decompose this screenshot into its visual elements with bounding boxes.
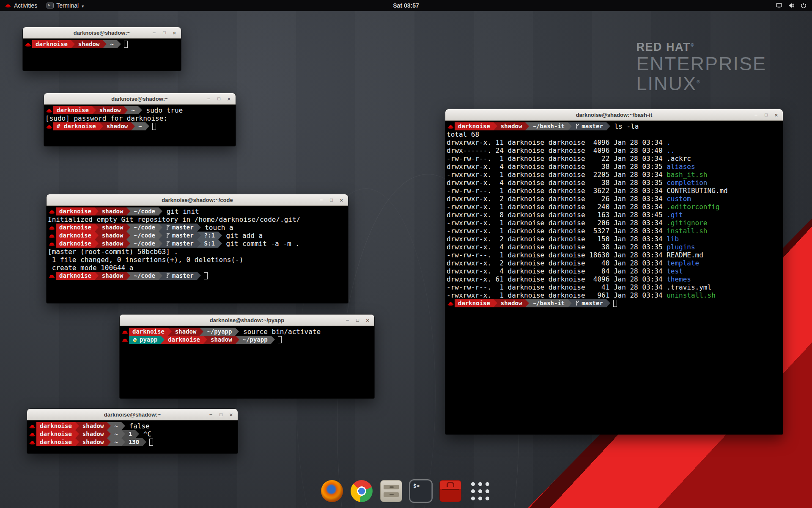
brand-line-1: RED HAT	[636, 41, 691, 53]
ls-filename: test	[667, 267, 683, 275]
terminal-icon[interactable]	[410, 480, 432, 502]
powerline-arrow-icon	[126, 272, 130, 280]
redhat-prompt-icon	[28, 430, 36, 438]
terminal-app-icon	[47, 3, 54, 8]
ls-meta: -rwxrwxr-x. 1 darknoise darknoise 206 Ja…	[447, 219, 667, 227]
prompt-segment-status: S:1	[201, 240, 218, 248]
prompt-segment-path: ~/code	[130, 232, 159, 240]
terminal-content[interactable]: darknoiseshadow~/pyapp source bin/activa…	[120, 326, 374, 398]
prompt-segment-user: darknoise	[129, 328, 168, 336]
powerline-arrow-icon	[218, 232, 222, 240]
minimize-button[interactable]	[205, 95, 213, 103]
maximize-button[interactable]	[217, 411, 225, 419]
ls-filename: CONTRIBUTING.md	[667, 187, 728, 195]
window-titlebar[interactable]: darknoise@shadow:~/bash-it	[445, 109, 783, 121]
terminal-line: drwx------. 24 darknoise darknoise 4096 …	[447, 146, 782, 155]
app-grid-icon[interactable]	[469, 480, 491, 502]
maximize-button[interactable]	[354, 316, 362, 324]
terminal-line: drwxrwxr-x. 4 darknoise darknoise 84 Jan…	[447, 267, 782, 275]
minimize-button[interactable]	[343, 316, 351, 324]
terminal-content[interactable]: darknoiseshadow~ falsedarknoiseshadow~1 …	[27, 420, 238, 453]
window-title: darknoise@shadow:~/bash-it	[576, 112, 653, 118]
maximize-button[interactable]	[762, 111, 770, 119]
prompt-segment-host: shadow	[99, 272, 127, 280]
window-titlebar[interactable]: darknoise@shadow:~	[23, 27, 181, 39]
close-button[interactable]	[337, 196, 346, 204]
terminal-line: darknoiseshadow~130	[28, 438, 237, 446]
minimize-button[interactable]	[317, 196, 325, 204]
ls-filename: ..	[667, 146, 675, 155]
window-titlebar[interactable]: darknoise@shadow:~/pyapp	[120, 315, 374, 326]
terminal-line: darknoiseshadow~ sudo true	[45, 106, 235, 114]
branch-icon	[575, 300, 579, 308]
volume-icon[interactable]	[788, 2, 795, 9]
powerline-arrow-icon	[124, 106, 128, 114]
powerline-arrow-icon	[121, 430, 125, 438]
maximize-button[interactable]	[215, 95, 223, 103]
terminal-content[interactable]: darknoiseshadow~/code git initInitialize…	[47, 206, 348, 303]
terminal-window-sudo: darknoise@shadow:~ darknoiseshadow~ sudo…	[44, 93, 236, 146]
terminal-content[interactable]: darknoiseshadow~/bash-itmaster ls -latot…	[445, 121, 783, 434]
prompt-segment-user: # darknoise	[53, 122, 99, 130]
close-button[interactable]	[225, 95, 233, 103]
command-text: source bin/activate	[239, 328, 321, 336]
powerline-arrow-icon	[126, 207, 130, 215]
ls-filename: template	[667, 259, 699, 267]
terminal-line: -rw-rw-r--. 1 darknoise darknoise 3622 J…	[447, 187, 782, 195]
powerline-arrow-icon	[135, 430, 139, 438]
terminal-content[interactable]: darknoiseshadow~	[23, 39, 181, 71]
ls-meta: drwxrwxr-x. 2 darknoise darknoise 26 Jan…	[447, 195, 667, 203]
activities-button[interactable]: Activities	[0, 0, 42, 11]
ls-filename: lib	[667, 235, 679, 243]
terminal-line: darknoiseshadow~1 ^C	[28, 430, 237, 438]
prompt-segment-host: shadow	[99, 224, 127, 232]
terminal-window-home-1: darknoise@shadow:~ darknoiseshadow~	[23, 27, 181, 71]
power-icon[interactable]	[800, 2, 807, 9]
maximize-button[interactable]	[160, 29, 168, 37]
window-title: darknoise@shadow:~	[74, 30, 130, 36]
prompt-segment-git: master	[162, 224, 197, 232]
window-titlebar[interactable]: darknoise@shadow:~	[44, 93, 236, 105]
terminal-window-bash-it: darknoise@shadow:~/bash-it darknoiseshad…	[445, 109, 783, 434]
window-title: darknoise@shadow:~	[111, 96, 168, 102]
powerline-arrow-icon	[159, 232, 162, 240]
ls-meta: -rw-rw-r--. 1 darknoise darknoise 3622 J…	[447, 187, 667, 195]
powerline-arrow-icon	[218, 240, 222, 248]
close-button[interactable]	[364, 316, 372, 324]
clock[interactable]: Sat 03:57	[393, 2, 419, 9]
redhat-logo-icon	[5, 3, 11, 8]
toolbox-icon[interactable]	[439, 480, 461, 502]
chrome-icon[interactable]	[351, 480, 373, 502]
prompt-segment-user: darknoise	[165, 336, 203, 344]
window-titlebar[interactable]: darknoise@shadow:~	[27, 409, 238, 420]
files-icon[interactable]	[380, 480, 402, 502]
redhat-prompt-icon	[447, 122, 455, 130]
ls-meta: -rw-rw-r--. 1 darknoise darknoise 18630 …	[447, 251, 667, 259]
command-text: ls -la	[610, 122, 639, 130]
terminal-window-pyapp: darknoise@shadow:~/pyapp darknoiseshadow…	[120, 315, 374, 398]
maximize-button[interactable]	[327, 196, 335, 204]
ls-filename: .editorconfig	[667, 203, 719, 211]
minimize-button[interactable]	[150, 29, 158, 37]
powerline-arrow-icon	[75, 422, 79, 430]
close-button[interactable]	[227, 411, 235, 419]
terminal-content[interactable]: darknoiseshadow~ sudo true[sudo] passwor…	[44, 105, 236, 146]
terminal-window-code: darknoise@shadow:~/code darknoiseshadow~…	[47, 194, 348, 303]
prompt-segment-path: ~/code	[130, 207, 159, 215]
close-button[interactable]	[170, 29, 178, 37]
powerline-arrow-icon	[236, 336, 239, 344]
app-menu-terminal[interactable]: Terminal	[42, 0, 88, 11]
minimize-button[interactable]	[752, 111, 760, 119]
terminal-line: darknoiseshadow~/codemaster	[48, 272, 347, 280]
close-button[interactable]	[772, 111, 780, 119]
firefox-icon[interactable]	[321, 480, 343, 502]
window-titlebar[interactable]: darknoise@shadow:~/code	[47, 194, 348, 206]
ls-meta: drwx------. 24 darknoise darknoise 4096 …	[447, 146, 667, 155]
display-icon[interactable]	[776, 2, 782, 9]
minimize-button[interactable]	[207, 411, 215, 419]
powerline-arrow-icon	[75, 430, 79, 438]
ls-filename: plugins	[667, 243, 695, 251]
terminal-window-home-2: darknoise@shadow:~ darknoiseshadow~ fals…	[27, 409, 238, 453]
prompt-segment-user: darknoise	[32, 40, 71, 48]
terminal-line: -rwxrwxr-x. 1 darknoise darknoise 206 Ja…	[447, 219, 782, 227]
